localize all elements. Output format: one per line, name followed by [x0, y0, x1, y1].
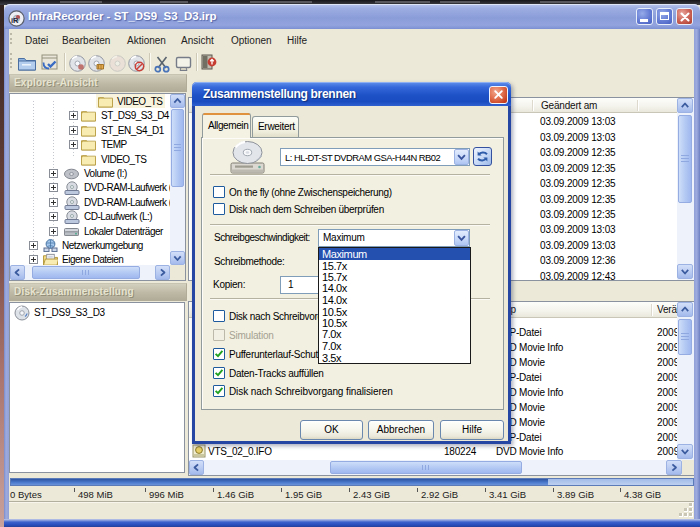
svg-text:iR: iR	[11, 16, 19, 25]
